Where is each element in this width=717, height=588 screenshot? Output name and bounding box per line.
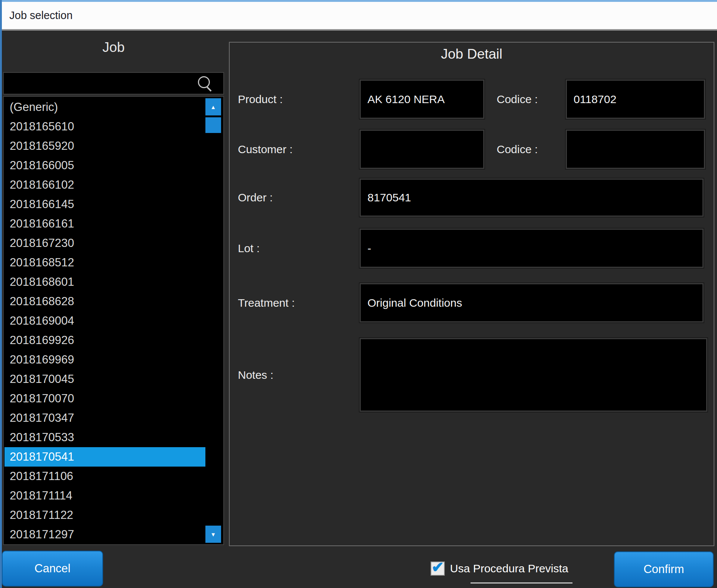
usa-procedura-prevista-checkbox[interactable] [431, 561, 445, 576]
job-list-item[interactable]: 2018170347 [4, 408, 223, 428]
job-list-item[interactable]: 2018169969 [4, 350, 223, 369]
product-field[interactable]: AK 6120 NERA [360, 80, 484, 119]
title-bar: Job selection [2, 2, 717, 31]
job-list-item[interactable]: 2018168512 [4, 253, 223, 272]
job-selection-window: Job selection Job (Generic)2018165610201… [0, 0, 717, 588]
job-list: (Generic)2018165610201816592020181660052… [3, 96, 224, 545]
job-list-item[interactable]: 2018166145 [4, 195, 223, 214]
usa-procedura-prevista-label[interactable]: Usa Procedura Prevista [450, 561, 568, 576]
lot-label: Lot : [238, 229, 354, 268]
order-label: Order : [238, 179, 354, 217]
customer-code-field[interactable] [566, 130, 705, 169]
job-list-scrollbar[interactable] [205, 98, 221, 543]
job-list-item[interactable]: 2018171122 [4, 505, 223, 525]
job-list-item[interactable]: 2018168601 [4, 272, 223, 292]
scrollbar-thumb[interactable] [205, 117, 221, 133]
confirm-button[interactable]: Confirm [614, 551, 714, 587]
window-title: Job selection [9, 2, 717, 29]
job-list-item[interactable]: 2018165610 [4, 117, 223, 136]
job-list-item[interactable]: 2018166161 [4, 214, 223, 233]
scroll-down-icon[interactable] [205, 526, 221, 543]
product-label: Product : [238, 80, 354, 119]
job-list-item[interactable]: 2018165920 [4, 136, 223, 156]
customer-label: Customer : [238, 130, 354, 169]
lot-value: - [361, 242, 371, 255]
customer-field[interactable] [360, 130, 484, 169]
treatment-field[interactable]: Original Conditions [360, 283, 704, 322]
job-list-item[interactable]: 2018170070 [4, 389, 223, 408]
job-search-box [3, 72, 224, 95]
product-code-value: 0118702 [567, 93, 617, 106]
product-value: AK 6120 NERA [361, 93, 445, 106]
scroll-up-icon[interactable] [205, 98, 221, 115]
job-list-rows: (Generic)2018165610201816592020181660052… [4, 98, 223, 544]
job-list-item[interactable]: 2018171106 [4, 467, 223, 486]
job-list-item[interactable]: 2018169004 [4, 311, 223, 331]
job-list-item[interactable]: 2018169926 [4, 331, 223, 350]
job-list-item[interactable]: 2018166005 [4, 156, 223, 175]
job-search-input[interactable] [6, 74, 194, 94]
notes-label: Notes : [238, 338, 354, 412]
treatment-label: Treatment : [238, 283, 354, 322]
job-list-item[interactable]: 2018168628 [4, 292, 223, 311]
job-list-item-selected[interactable]: 2018170541 [4, 447, 209, 467]
notes-field[interactable] [360, 338, 707, 412]
product-code-field[interactable]: 0118702 [566, 80, 705, 119]
job-list-item[interactable]: 2018170533 [4, 428, 223, 447]
checkbox-underline [471, 582, 572, 584]
job-detail-title: Job Detail [229, 46, 714, 62]
cancel-button[interactable]: Cancel [2, 551, 103, 587]
treatment-value: Original Conditions [361, 297, 462, 309]
order-value: 8170541 [361, 191, 411, 204]
order-field[interactable]: 8170541 [360, 179, 704, 217]
job-list-item[interactable]: 2018167230 [4, 233, 223, 253]
lot-field[interactable]: - [360, 229, 704, 268]
window-border-left [0, 0, 2, 588]
job-list-item[interactable]: 2018171114 [4, 486, 223, 505]
job-list-item[interactable]: 2018171297 [4, 525, 223, 544]
job-panel-title: Job [3, 40, 224, 55]
job-list-item[interactable]: 2018170045 [4, 369, 223, 389]
job-list-item[interactable]: 2018166102 [4, 175, 223, 195]
search-icon [198, 76, 212, 90]
job-list-item[interactable]: (Generic) [4, 98, 223, 117]
